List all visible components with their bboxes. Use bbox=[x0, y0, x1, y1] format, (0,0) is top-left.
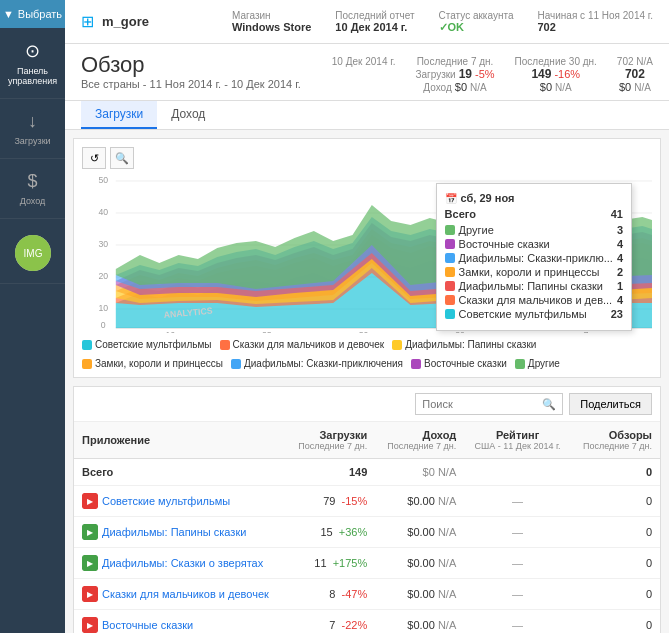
revenue-cell: $0.00 N/A bbox=[375, 486, 464, 517]
rating-cell: — bbox=[464, 610, 571, 634]
tooltip-item-value: 3 bbox=[617, 224, 623, 236]
table-row: ▶ Диафильмы: Сказки о зверятах 11 +175% … bbox=[74, 548, 660, 579]
legend-item: Замки, короли и принцессы bbox=[82, 358, 223, 369]
tooltip-item-name: Диафильмы: Папины сказки bbox=[459, 280, 613, 292]
stat-downloads-label: Загрузки bbox=[415, 69, 455, 80]
tooltip-color-dot bbox=[445, 309, 455, 319]
search-input[interactable] bbox=[422, 398, 542, 410]
store-label: Магазин bbox=[232, 10, 311, 21]
legend-label: Восточные сказки bbox=[424, 358, 507, 369]
sidebar-revenue-label: Доход bbox=[20, 196, 46, 206]
revenue-label-7: Доход bbox=[423, 82, 451, 93]
avatar: IMG bbox=[15, 235, 51, 271]
d7-value: 19 bbox=[459, 67, 472, 81]
main-content: ⊞ m_gore Магазин Windows Store Последний… bbox=[65, 0, 669, 633]
tab-revenue[interactable]: Доход bbox=[157, 101, 219, 129]
legend-dot bbox=[515, 359, 525, 369]
chart-section: ↺ 🔍 50 40 30 20 10 0 16 ноя bbox=[73, 138, 661, 378]
revenue-na: N/A bbox=[438, 526, 456, 538]
tooltip-item-value: 23 bbox=[611, 308, 623, 320]
reviews-cell: 0 bbox=[571, 486, 660, 517]
downloads-icon: ↓ bbox=[28, 111, 37, 132]
app-icon: ▶ bbox=[82, 617, 98, 633]
total-name: Всего bbox=[74, 459, 286, 486]
app-icon: ▶ bbox=[82, 524, 98, 540]
report-label: Последний отчет bbox=[335, 10, 414, 21]
select-button[interactable]: ▼ Выбрать bbox=[0, 0, 65, 28]
revenue-na: N/A bbox=[438, 495, 456, 507]
app-link[interactable]: ▶ Диафильмы: Папины сказки bbox=[82, 524, 278, 540]
tab-downloads[interactable]: Загрузки bbox=[81, 101, 157, 129]
svg-text:10: 10 bbox=[98, 303, 108, 313]
starting-label: Начиная с 11 Ноя 2014 г. bbox=[537, 10, 653, 21]
app-link[interactable]: ▶ Диафильмы: Сказки о зверятах bbox=[82, 555, 278, 571]
downloads-cell: 79 -15% bbox=[286, 486, 375, 517]
sidebar-item-profile[interactable]: IMG bbox=[0, 219, 65, 284]
svg-text:▶: ▶ bbox=[87, 559, 94, 568]
tooltip-row-item: Замки, короли и принцессы 2 bbox=[445, 266, 623, 278]
col-downloads: Загрузки Последние 7 дн. bbox=[286, 422, 375, 459]
tooltip-row-item: Диафильмы: Сказки-приклю... 4 bbox=[445, 252, 623, 264]
chart-zoom-btn[interactable]: 🔍 bbox=[110, 147, 134, 169]
legend-item: Диафильмы: Папины сказки bbox=[392, 339, 536, 350]
app-icon: ▶ bbox=[82, 493, 98, 509]
chart-back-btn[interactable]: ↺ bbox=[82, 147, 106, 169]
reviews-cell: 0 bbox=[571, 517, 660, 548]
search-icon: 🔍 bbox=[542, 398, 556, 411]
sidebar-item-revenue[interactable]: $ Доход bbox=[0, 159, 65, 219]
table-header-row: Приложение Загрузки Последние 7 дн. Дохо… bbox=[74, 422, 660, 459]
revenue-icon: $ bbox=[27, 171, 37, 192]
tooltip-color-dot bbox=[445, 267, 455, 277]
tooltip-date: сб, 29 ноя bbox=[461, 192, 515, 204]
page-header: Обзор Все страны - 11 Ноя 2014 г. - 10 Д… bbox=[65, 44, 669, 101]
tooltip-color-dot bbox=[445, 239, 455, 249]
app-link[interactable]: ▶ Советские мультфильмы bbox=[82, 493, 278, 509]
revenue-value: $0.00 bbox=[407, 526, 435, 538]
d30-value: 149 bbox=[531, 67, 551, 81]
change-badge: +36% bbox=[339, 526, 367, 538]
revenue-na: N/A bbox=[438, 588, 456, 600]
share-button[interactable]: Поделиться bbox=[569, 393, 652, 415]
revenue-na: N/A bbox=[438, 557, 456, 569]
app-name-cell: ▶ Диафильмы: Сказки о зверятах bbox=[74, 548, 286, 579]
app-name-cell: ▶ Диафильмы: Папины сказки bbox=[74, 517, 286, 548]
app-name-cell: ▶ Восточные сказки bbox=[74, 610, 286, 634]
chart-legend: Советские мультфильмы Сказки для мальчик… bbox=[82, 333, 652, 369]
legend-dot bbox=[82, 340, 92, 350]
windows-icon: ⊞ bbox=[81, 12, 94, 31]
store-section: Магазин Windows Store bbox=[232, 10, 311, 34]
user-name: m_gore bbox=[102, 14, 149, 29]
revenue-value: $0.00 bbox=[407, 557, 435, 569]
tooltip-item-value: 4 bbox=[617, 294, 623, 306]
tooltip-item-value: 2 bbox=[617, 266, 623, 278]
table-row: ▶ Сказки для мальчиков и девочек 8 -47% … bbox=[74, 579, 660, 610]
total-header: 702 N/A bbox=[617, 56, 653, 67]
app-link[interactable]: ▶ Сказки для мальчиков и девочек bbox=[82, 586, 278, 602]
legend-label: Диафильмы: Сказки-приключения bbox=[244, 358, 403, 369]
topbar: ⊞ m_gore Магазин Windows Store Последний… bbox=[65, 0, 669, 44]
legend-label: Другие bbox=[528, 358, 560, 369]
svg-text:16 ноя: 16 ноя bbox=[165, 330, 192, 333]
reviews-cell: 0 bbox=[571, 548, 660, 579]
d30-change: -16% bbox=[554, 68, 580, 80]
page-subtitle: Все страны - 11 Ноя 2014 г. - 10 Дек 201… bbox=[81, 78, 301, 90]
tooltip-item-name: Замки, короли и принцессы bbox=[459, 266, 613, 278]
table-body: Всего 149 $0 N/A 0 ▶ Советские мультфиль… bbox=[74, 459, 660, 634]
r30-value: $0 bbox=[540, 81, 552, 93]
starting-section: Начиная с 11 Ноя 2014 г. 702 bbox=[537, 10, 653, 34]
app-link[interactable]: ▶ Восточные сказки bbox=[82, 617, 278, 633]
legend-dot bbox=[220, 340, 230, 350]
sidebar-item-dashboard[interactable]: ⊙ Панель управления bbox=[0, 28, 65, 99]
apps-table: Приложение Загрузки Последние 7 дн. Дохо… bbox=[74, 422, 660, 633]
reviews-cell: 0 bbox=[571, 610, 660, 634]
svg-text:▶: ▶ bbox=[87, 528, 94, 537]
svg-text:IMG: IMG bbox=[23, 248, 42, 259]
select-label: Выбрать bbox=[18, 8, 62, 20]
tooltip-color-dot bbox=[445, 225, 455, 235]
revenue-value: $0.00 bbox=[407, 495, 435, 507]
sidebar-item-downloads[interactable]: ↓ Загрузки bbox=[0, 99, 65, 159]
tooltip-item-value: 4 bbox=[617, 238, 623, 250]
table-row: ▶ Восточные сказки 7 -22% $0.00 N/A — 0 bbox=[74, 610, 660, 634]
svg-text:▶: ▶ bbox=[87, 590, 94, 599]
starting-value: 702 bbox=[537, 21, 653, 33]
